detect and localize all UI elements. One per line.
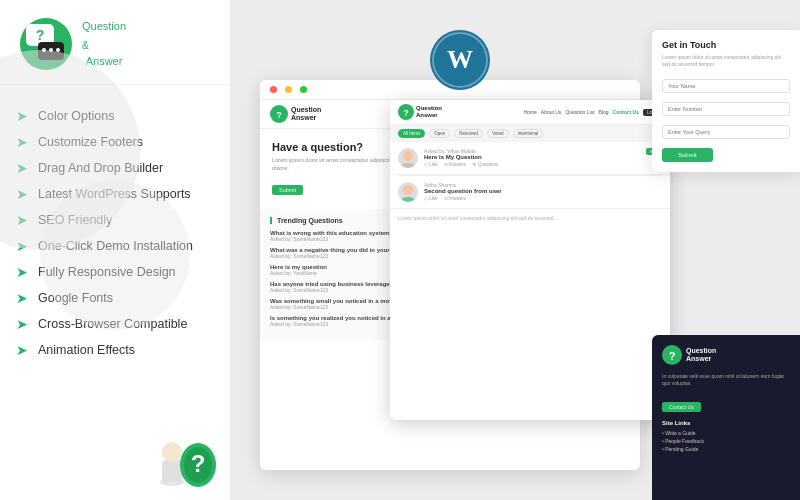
avatar-svg-2 [398, 182, 418, 202]
dark-logo-text: Question Answer [686, 347, 716, 364]
svg-text:?: ? [36, 27, 45, 43]
question-figure: ? [140, 400, 220, 490]
bw2-contact: Contact Us [613, 109, 639, 116]
dark-link-feedback[interactable]: People Feedback [662, 438, 790, 444]
dark-site-links-title: Site Links [662, 420, 790, 426]
brand-ampersand: & [82, 40, 89, 51]
bw2-logo: ? QuestionAnswer [398, 104, 442, 120]
bw2-stat-likes: ◇ Like [424, 162, 438, 167]
bw2-qlist: Question List [565, 109, 594, 116]
svg-text:?: ? [191, 450, 206, 477]
svg-text:?: ? [403, 108, 409, 118]
bw2-stats-2: ◇ Like ⊙ Answers [424, 196, 662, 201]
bw2-question-item-2: Astha Sharma Second question from user ◇… [390, 176, 670, 209]
dark-logo-icon: ? [662, 345, 682, 365]
dark-logo-area: ? Question Answer [662, 345, 790, 365]
arrow-icon: ➤ [16, 342, 28, 358]
brand-name: Question & Answer [82, 20, 126, 68]
phone-input[interactable] [662, 102, 790, 116]
avatar-svg [398, 148, 418, 168]
bw2-question-content-1: Asked by: Vikas Mukati Here Is My Questi… [424, 148, 640, 167]
left-panel: ? Question & Answer ➤ Color Options ➤ Cu… [0, 0, 230, 500]
bw2-blog: Blog [599, 109, 609, 116]
bw2-question-item-1: Asked by: Vikas Mukati Here Is My Questi… [390, 142, 670, 175]
arrow-icon: ➤ [16, 316, 28, 332]
bw2-stat-views: 👁 Questions [472, 162, 499, 167]
get-in-touch-title: Get in Touch [662, 40, 790, 50]
bw2-stat-answers: ⊙ Answers [444, 162, 466, 167]
arrow-icon: ➤ [16, 264, 28, 280]
figure-svg: ? [140, 400, 220, 490]
bw2-browser-chrome: ? QuestionAnswer Home About Us Question … [390, 100, 670, 125]
filter-all[interactable]: All Items [398, 129, 425, 138]
feature-item: ➤ Animation Effects [16, 337, 214, 363]
dark-link-write[interactable]: Write a Guide [662, 430, 790, 436]
wordpress-logo: W [430, 30, 490, 90]
filter-voted[interactable]: Voted [487, 129, 509, 138]
wordpress-logo-container: W [430, 30, 490, 94]
filter-resolved[interactable]: Resolved [454, 129, 483, 138]
logo-text-area: Question & Answer [82, 20, 126, 68]
bw2-logo-text: QuestionAnswer [416, 105, 442, 118]
bw2-stats: ◇ Like ⊙ Answers 👁 Questions [424, 162, 640, 167]
svg-point-29 [400, 163, 416, 168]
name-input[interactable] [662, 79, 790, 93]
bg-decoration-2 [40, 180, 190, 330]
bw2-home: Home [523, 109, 536, 116]
filter-open[interactable]: Open [429, 129, 450, 138]
svg-text:?: ? [276, 110, 282, 120]
bw2-lorem-text: Lorem ipsum dolor sit amet consectetur a… [398, 215, 662, 223]
bw2-avatar-1 [398, 148, 418, 168]
small-logo-icon: ? [270, 105, 288, 123]
dark-contact-button[interactable]: Contact Us [662, 402, 701, 412]
right-panel: W ? QuestionAnswer Home About Us Questi [230, 0, 800, 500]
svg-text:?: ? [669, 350, 676, 362]
dot-red [270, 86, 277, 93]
bw2-stat2-answers: ⊙ Answers [444, 196, 466, 201]
dark-description: In vulputate velit esse quam nihil ut la… [662, 373, 790, 387]
bw2-avatar-2 [398, 182, 418, 202]
bw2-content-area: Lorem ipsum dolor sit amet consectetur a… [390, 209, 670, 229]
filter-intentional[interactable]: Intentional [513, 129, 544, 138]
submit-button[interactable]: Submit [662, 148, 713, 162]
svg-point-28 [403, 151, 413, 161]
get-in-touch-desc: Lorem ipsum dolor sit amet consectetur a… [662, 54, 790, 68]
small-logo-text: QuestionAnswer [291, 106, 321, 121]
site-logo-small: ? QuestionAnswer [270, 105, 321, 123]
bw2-title-1: Here Is My Question [424, 154, 640, 160]
bw2-stat2-likes: ◇ Like [424, 196, 438, 201]
dark-link-pending[interactable]: Pending Guide [662, 446, 790, 452]
svg-rect-8 [162, 460, 182, 482]
dot-green [300, 86, 307, 93]
svg-point-31 [400, 197, 416, 202]
filter-bar: All Items Open Resolved Voted Intentiona… [390, 125, 670, 142]
svg-point-9 [162, 442, 182, 462]
hero-cta-button[interactable]: Submit [272, 185, 303, 195]
dot-yellow [285, 86, 292, 93]
second-browser-window: ? QuestionAnswer Home About Us Question … [390, 100, 670, 420]
bw2-title-2: Second question from user [424, 188, 662, 194]
bw2-about: About Us [541, 109, 562, 116]
svg-point-30 [403, 185, 413, 195]
feature-label: Animation Effects [38, 343, 135, 357]
bw2-question-content-2: Astha Sharma Second question from user ◇… [424, 182, 662, 201]
bw2-nav-links: Home About Us Question List Blog Contact… [523, 109, 662, 116]
arrow-icon: ➤ [16, 290, 28, 306]
brand-name-line1: Question [82, 20, 126, 33]
bw2-logo-icon: ? [398, 104, 414, 120]
svg-text:W: W [447, 45, 473, 74]
dark-footer-panel: ? Question Answer In vulputate velit ess… [652, 335, 800, 500]
get-in-touch-card: Get in Touch Lorem ipsum dolor sit amet … [652, 30, 800, 172]
message-input[interactable] [662, 125, 790, 139]
